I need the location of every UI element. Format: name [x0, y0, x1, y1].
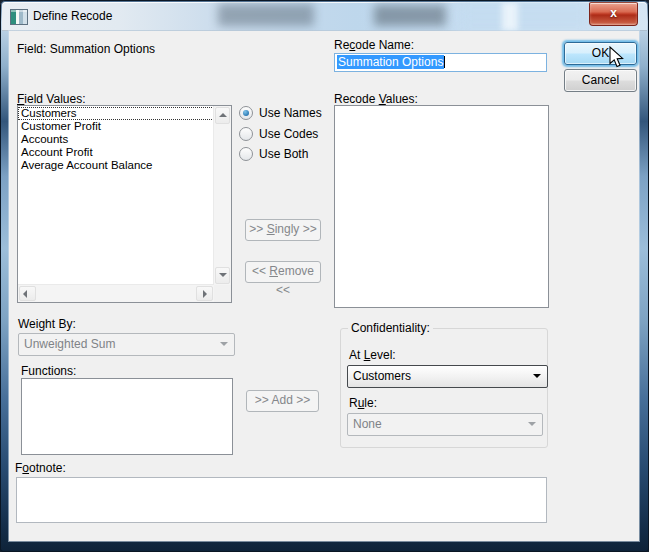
rule-dropdown: None: [347, 413, 543, 436]
radio-label: Use Codes: [259, 127, 318, 141]
scroll-right-icon: [203, 290, 207, 298]
confidentiality-group: Confidentiality: At Level: Customers Rul…: [340, 328, 548, 448]
radio-unselected-icon[interactable]: [239, 147, 253, 161]
field-values-label: Field Values:: [17, 92, 86, 106]
footnote-label: Footnote:: [15, 461, 66, 475]
remove-button: << Remove <<: [245, 261, 321, 283]
mouse-cursor: [609, 46, 625, 69]
functions-label: Functions:: [21, 364, 76, 378]
radio-label: Use Names: [259, 106, 322, 120]
close-icon: x: [610, 6, 617, 20]
radio-use-names[interactable]: Use Names: [239, 106, 322, 121]
at-level-dropdown[interactable]: Customers: [347, 365, 548, 388]
confidentiality-group-label: Confidentiality:: [348, 321, 433, 335]
singly-button: >> Singly >>: [245, 219, 321, 241]
field-values-list: Customers Customer Profit Accounts Accou…: [18, 107, 214, 172]
vertical-scrollbar[interactable]: [213, 106, 231, 285]
titlebar-glass-reflection: [454, 2, 594, 31]
radio-use-both[interactable]: Use Both: [239, 147, 308, 162]
weight-by-label: Weight By:: [18, 317, 76, 331]
add-button: >> Add >>: [246, 390, 319, 412]
horizontal-scrollbar[interactable]: [18, 284, 214, 302]
titlebar-background-blur: [374, 5, 446, 26]
scroll-up-icon: [219, 113, 227, 117]
scroll-up-button[interactable]: [215, 107, 230, 124]
recode-values-label: Recode Values:: [334, 92, 418, 106]
title-bar[interactable]: Define Recode x: [2, 2, 647, 31]
footnote-input[interactable]: [16, 477, 547, 523]
scroll-right-button[interactable]: [196, 286, 213, 301]
define-recode-dialog: Define Recode x Field: Summation Options…: [0, 0, 649, 552]
radio-label: Use Both: [259, 147, 308, 161]
list-item[interactable]: Customers: [18, 107, 214, 120]
radio-unselected-icon[interactable]: [239, 127, 253, 141]
radio-selected-icon[interactable]: [239, 106, 253, 120]
scroll-left-button[interactable]: [19, 286, 36, 301]
chevron-down-icon: [528, 422, 536, 426]
weight-by-dropdown: Unweighted Sum: [18, 333, 235, 356]
list-item[interactable]: Average Account Balance: [18, 159, 214, 172]
close-button[interactable]: x: [589, 2, 638, 26]
list-item[interactable]: Customer Profit: [18, 120, 214, 133]
selected-text: Summation Options: [337, 55, 444, 69]
scroll-down-icon: [219, 273, 227, 277]
chevron-down-icon: [220, 342, 228, 346]
scroll-down-button[interactable]: [215, 267, 230, 284]
radio-use-codes[interactable]: Use Codes: [239, 127, 318, 142]
field-values-listbox[interactable]: Customers Customer Profit Accounts Accou…: [17, 105, 232, 303]
scrollbar-corner: [214, 285, 231, 302]
recode-name-input[interactable]: Summation Options: [334, 53, 547, 72]
app-icon: [10, 9, 28, 25]
titlebar-background-blur: [218, 4, 314, 26]
ok-button[interactable]: OK: [564, 42, 637, 65]
chevron-down-icon: [533, 374, 541, 378]
functions-listbox[interactable]: [21, 378, 233, 455]
scroll-left-icon: [23, 290, 27, 298]
recode-name-label: Recode Name:: [334, 38, 414, 52]
recode-values-listbox[interactable]: [334, 105, 549, 308]
at-level-label: At Level:: [349, 348, 396, 362]
titlebar-glass-streak: [502, 2, 518, 31]
text-caret: [444, 56, 445, 68]
field-info-label: Field: Summation Options: [17, 42, 155, 56]
rule-label: Rule:: [349, 396, 377, 410]
window-title: Define Recode: [33, 9, 112, 23]
cancel-button[interactable]: Cancel: [564, 69, 637, 92]
dialog-client-area: Field: Summation Options Recode Name: Su…: [9, 31, 639, 541]
list-item[interactable]: Accounts: [18, 133, 214, 146]
list-item[interactable]: Account Profit: [18, 146, 214, 159]
